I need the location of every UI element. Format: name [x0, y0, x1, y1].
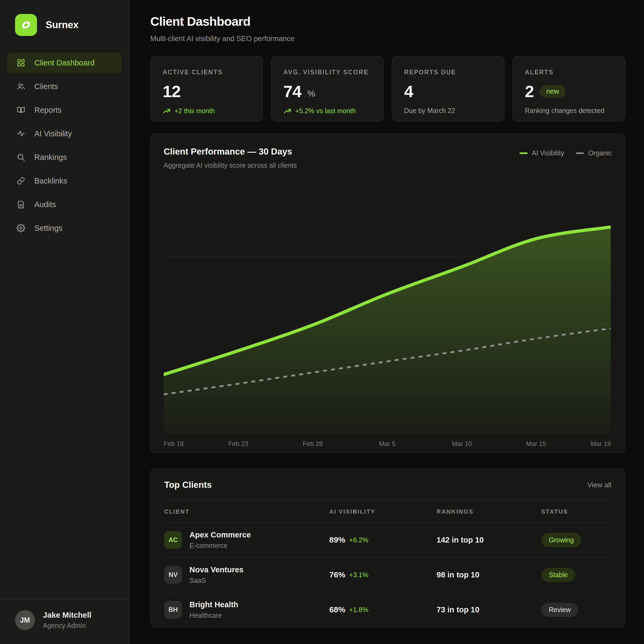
user-box[interactable]: JM Jake Mitchell Agency Admin: [0, 599, 129, 644]
sidebar-item-label: Audits: [34, 200, 56, 209]
sidebar-item-rankings[interactable]: Rankings: [7, 147, 122, 167]
legend-swatch: [519, 152, 528, 154]
sidebar-item-audits[interactable]: Audits: [7, 194, 122, 215]
user-name: Jake Mitchell: [43, 611, 92, 620]
status-badge: Growing: [541, 533, 581, 547]
table-row-apex-commerce[interactable]: ACApex CommerceE-commerce89%+6.2%142 in …: [164, 522, 611, 557]
sidebar-item-clients[interactable]: Clients: [7, 76, 122, 97]
sidebar-item-label: Client Dashboard: [34, 58, 94, 67]
stat-value: 2: [525, 82, 534, 101]
legend-label: Organic: [588, 149, 612, 157]
performance-chart: Feb 18Feb 23Feb 28Mar 5Mar 10Mar 15Mar 1…: [164, 188, 611, 451]
client-avatar: AC: [164, 531, 182, 549]
stat-subtext: Ranking changes detected: [525, 107, 604, 115]
legend-item-organic: Organic: [576, 149, 612, 157]
table-row-nova-ventures[interactable]: NVNova VenturesSaaS76%+3.1%98 in top 10S…: [164, 557, 611, 592]
stat-card-alerts: ALERTS2newRanking changes detected: [513, 56, 625, 122]
x-axis-label: Feb 28: [303, 440, 323, 447]
sidebar-item-label: Backlinks: [34, 177, 67, 185]
x-axis-label: Feb 23: [228, 440, 248, 447]
chart-subtitle: Aggregate AI visibility score across all…: [164, 162, 297, 169]
table-body: ACApex CommerceE-commerce89%+6.2%142 in …: [164, 522, 611, 627]
x-axis-label: Feb 18: [164, 440, 184, 447]
visibility-value: 76%: [329, 570, 345, 579]
rankings-value: 98 in top 10: [437, 570, 541, 579]
stat-card-reports-due: REPORTS DUE4Due by March 22: [392, 56, 504, 122]
stat-subtext: Due by March 22: [404, 107, 455, 115]
stat-value: 74: [283, 82, 301, 101]
performance-chart-card: Client Performance — 30 Days Aggregate A…: [150, 134, 625, 453]
table-header-row: CLIENTAI VISIBILITYRANKINGSSTATUS: [164, 500, 611, 522]
stat-card-avg-visibility-score: AVG. VISIBILITY SCORE74%+5.2% vs last mo…: [271, 56, 384, 122]
column-header-ai-visibility: AI VISIBILITY: [329, 508, 437, 515]
view-all-link[interactable]: View all: [587, 481, 611, 489]
rankings-value: 73 in top 10: [437, 605, 541, 614]
page-title: Client Dashboard: [150, 14, 625, 29]
x-axis-label: Mar 5: [379, 440, 395, 447]
gear-icon: [17, 224, 25, 232]
legend-item-ai-visibility: AI Visibility: [519, 149, 564, 157]
legend-label: AI Visibility: [532, 149, 564, 157]
column-header-client: CLIENT: [164, 508, 329, 515]
status-badge: Review: [541, 603, 578, 617]
grid-icon: [17, 58, 25, 67]
avatar: JM: [15, 610, 35, 630]
status-badge: Stable: [541, 568, 575, 582]
stat-label: ALERTS: [525, 69, 613, 76]
chart-title: Client Performance — 30 Days: [164, 147, 297, 157]
brand-name: Surnex: [46, 19, 78, 31]
sidebar-item-backlinks[interactable]: Backlinks: [7, 171, 122, 191]
stat-value: 12: [163, 82, 181, 101]
activity-icon: [17, 129, 25, 138]
brand-logo: [15, 14, 37, 36]
stat-label: REPORTS DUE: [404, 69, 492, 76]
sidebar-item-label: Rankings: [34, 153, 67, 162]
sidebar-nav: Client DashboardClientsReportsAI Visibil…: [0, 53, 129, 238]
top-clients-card: Top Clients View all CLIENTAI VISIBILITY…: [150, 469, 625, 627]
visibility-delta: +3.1%: [349, 571, 368, 579]
sync-arrows-icon: [20, 19, 32, 31]
sidebar: Surnex Client DashboardClientsReportsAI …: [0, 0, 129, 644]
page-subtitle: Multi-client AI visibility and SEO perfo…: [150, 35, 625, 43]
stats-row: ACTIVE CLIENTS12+2 this monthAVG. VISIBI…: [150, 56, 625, 122]
x-axis-label: Mar 15: [526, 440, 546, 447]
trending-up-icon: [283, 107, 291, 115]
brand: Surnex: [0, 0, 129, 36]
sidebar-item-client-dashboard[interactable]: Client Dashboard: [7, 53, 122, 73]
link-icon: [17, 177, 25, 185]
document-icon: [17, 200, 25, 209]
client-avatar: BH: [164, 601, 182, 619]
column-header-rankings: RANKINGS: [437, 508, 541, 515]
client-industry: E-commerce: [189, 542, 251, 550]
new-badge: new: [540, 85, 565, 98]
stat-value: 4: [404, 82, 413, 101]
sidebar-item-label: Clients: [34, 82, 58, 91]
client-name: Bright Health: [189, 600, 238, 609]
stat-subtext: +2 this month: [174, 107, 215, 115]
client-industry: SaaS: [189, 577, 243, 584]
stat-label: ACTIVE CLIENTS: [163, 69, 251, 76]
users-icon: [17, 82, 25, 91]
stat-subtext: +5.2% vs last month: [295, 107, 356, 115]
column-header-status: STATUS: [541, 508, 611, 515]
client-industry: Healthcare: [189, 612, 238, 619]
area-fill: [164, 227, 611, 434]
legend-swatch: [576, 152, 584, 154]
table-row-bright-health[interactable]: BHBright HealthHealthcare68%+1.8%73 in t…: [164, 592, 611, 627]
client-name: Nova Ventures: [189, 565, 243, 574]
main-content: Client Dashboard Multi-client AI visibil…: [129, 0, 644, 644]
search-icon: [17, 153, 25, 162]
stat-value-suffix: %: [307, 88, 315, 101]
stat-label: AVG. VISIBILITY SCORE: [283, 69, 371, 76]
rankings-value: 142 in top 10: [437, 536, 541, 544]
sidebar-item-ai-visibility[interactable]: AI Visibility: [7, 123, 122, 144]
sidebar-item-reports[interactable]: Reports: [7, 100, 122, 120]
sidebar-item-label: Settings: [34, 224, 63, 233]
visibility-value: 68%: [329, 605, 345, 614]
visibility-delta: +6.2%: [349, 536, 368, 544]
table-title: Top Clients: [164, 480, 212, 490]
book-open-icon: [17, 106, 25, 114]
client-name: Apex Commerce: [189, 530, 251, 539]
client-avatar: NV: [164, 566, 182, 584]
sidebar-item-settings[interactable]: Settings: [7, 218, 122, 238]
